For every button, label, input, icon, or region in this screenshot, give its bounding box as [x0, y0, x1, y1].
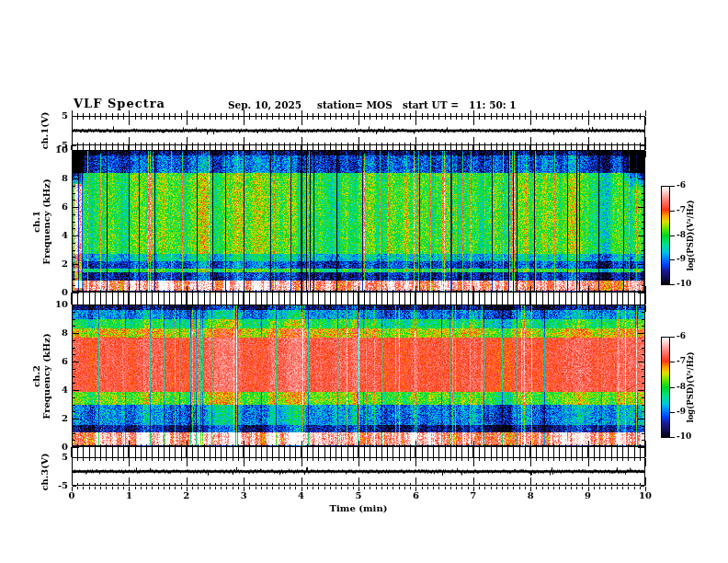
freq-tick-label: 8	[62, 174, 68, 184]
colorbar-axis-label: log(PSD)(V²/Hz)	[687, 200, 695, 270]
time-tick-label: 10	[639, 491, 652, 501]
start-ut-label: start UT = 11: 50: 1	[403, 100, 517, 110]
colorbar-axis-label: log(PSD)(V²/Hz)	[687, 351, 695, 422]
time-tick-label: 8	[528, 491, 534, 501]
ch1-frequency-axis-label: ch.1Frequency (kHz)	[32, 178, 51, 264]
time-tick-label: 4	[298, 491, 304, 501]
freq-tick-label: 10	[55, 145, 68, 155]
colorbar-tick-label: -7	[677, 206, 686, 214]
colorbar-tick-label: -9	[677, 408, 686, 416]
time-tick-label: 5	[356, 491, 362, 501]
colorbar-tick-label: -7	[677, 358, 686, 366]
vlf-spectra-figure: VLF Spectra Sep. 10, 2025 station= MOS s…	[0, 0, 728, 563]
freq-tick-label: 6	[62, 357, 68, 367]
voltage-tick-label: 5	[62, 453, 68, 463]
x-axis-title: Time (min)	[330, 504, 388, 514]
time-tick-label: 6	[413, 491, 419, 501]
colorbar-tick-label: -9	[677, 256, 686, 264]
time-tick-label: 2	[183, 491, 189, 501]
freq-tick-label: 0	[62, 288, 68, 298]
colorbar-tick-label: -8	[677, 383, 686, 391]
freq-tick-label: 2	[62, 414, 68, 424]
colorbar-tick-label: -6	[677, 181, 686, 190]
freq-tick-label: 4	[62, 231, 68, 241]
time-tick-label: 3	[241, 491, 247, 501]
freq-tick-label: 0	[62, 442, 68, 453]
ch2-frequency-axis-label: ch.2Frequency (kHz)	[32, 333, 51, 419]
freq-tick-label: 2	[62, 259, 68, 270]
time-tick-label: 1	[126, 491, 132, 501]
time-tick-label: 7	[470, 491, 476, 501]
voltage-tick-label: -5	[58, 481, 68, 491]
freq-tick-label: 4	[62, 385, 68, 396]
ch3-voltage-axis-label: ch.3(V)	[40, 453, 51, 490]
freq-tick-label: 6	[62, 202, 68, 213]
ch1-voltage-axis-label: ch.1(V)	[40, 111, 51, 149]
voltage-tick-label: 5	[62, 111, 68, 121]
spectrogram-plot-canvas	[0, 0, 728, 563]
date-label: Sep. 10, 2025	[228, 100, 301, 110]
page-title: VLF Spectra	[74, 98, 165, 110]
time-tick-label: 9	[585, 491, 591, 501]
colorbar-tick-label: -10	[677, 432, 691, 441]
colorbar-tick-label: -8	[677, 231, 686, 239]
freq-tick-label: 10	[55, 300, 68, 310]
freq-tick-label: 8	[62, 328, 68, 339]
station-label: station= MOS	[317, 100, 392, 110]
time-tick-label: 0	[69, 491, 75, 501]
colorbar-tick-label: -10	[677, 280, 691, 288]
colorbar-tick-label: -6	[677, 332, 686, 340]
